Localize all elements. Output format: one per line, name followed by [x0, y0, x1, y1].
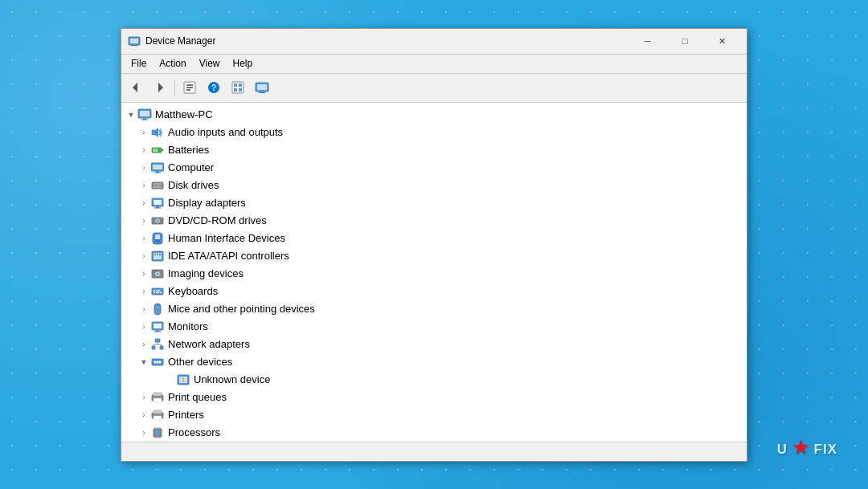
title-bar: Device Manager ─ □ ✕: [121, 29, 747, 55]
svg-point-81: [157, 361, 159, 363]
svg-point-36: [160, 184, 162, 186]
watermark: U ★ FIX: [777, 438, 837, 458]
tree-root: ▼ Matthew-PC ›: [121, 103, 747, 442]
unknown-device-label: Unknown device: [194, 373, 270, 385]
svg-text:!: !: [182, 376, 185, 384]
list-item[interactable]: › Display adapters: [121, 194, 747, 212]
other-devices-label: Other devices: [168, 356, 232, 368]
expand-imaging[interactable]: ›: [137, 267, 150, 280]
expand-root[interactable]: ▼: [125, 108, 137, 121]
menu-file[interactable]: File: [125, 56, 153, 71]
expand-print[interactable]: ›: [137, 391, 150, 404]
status-bar: [121, 442, 747, 461]
list-item[interactable]: › IDE ATA/ATAPI controllers: [121, 247, 747, 265]
list-item[interactable]: ▼ Other devices: [121, 353, 747, 371]
properties-button[interactable]: [178, 76, 201, 99]
expand-processors[interactable]: ›: [137, 426, 150, 439]
expand-mice[interactable]: ›: [137, 303, 150, 316]
monitors-label: Monitors: [168, 320, 208, 332]
computer-icon2: [150, 161, 165, 175]
list-item[interactable]: › Batteries: [121, 141, 747, 159]
help-button[interactable]: ?: [203, 76, 225, 99]
expand-disk[interactable]: ›: [137, 179, 150, 192]
expand-audio[interactable]: ›: [137, 126, 150, 139]
imaging-label: Imaging devices: [168, 267, 244, 279]
toolbar-separator-1: [174, 79, 175, 96]
expand-computer[interactable]: ›: [137, 161, 150, 174]
ide-icon: [150, 249, 165, 263]
svg-rect-33: [154, 172, 161, 173]
svg-rect-24: [141, 119, 148, 120]
list-item[interactable]: › Printers: [121, 406, 747, 424]
list-item[interactable]: › Computer: [121, 159, 747, 177]
expand-display[interactable]: ›: [137, 197, 150, 210]
menu-bar: File Action View Help: [121, 55, 747, 74]
svg-rect-14: [239, 84, 242, 87]
menu-help[interactable]: Help: [227, 56, 260, 71]
disk-icon: [150, 178, 165, 193]
list-item[interactable]: › Disk drives: [121, 177, 747, 194]
svg-point-89: [160, 396, 162, 397]
list-item[interactable]: › Processors: [121, 424, 747, 442]
minimize-button[interactable]: ─: [629, 28, 666, 54]
network-label: Network adapters: [168, 338, 250, 350]
svg-point-67: [157, 307, 158, 308]
svg-rect-87: [154, 393, 162, 396]
list-item[interactable]: › Mice and other pointing devices: [121, 300, 747, 318]
svg-text:?: ?: [211, 84, 216, 92]
monitor-button[interactable]: [251, 76, 273, 99]
expand-monitors[interactable]: ›: [137, 320, 150, 333]
menu-action[interactable]: Action: [153, 56, 192, 71]
expand-keyboard[interactable]: ›: [137, 285, 150, 298]
svg-rect-16: [239, 88, 242, 92]
toolbar: ?: [121, 74, 747, 103]
maximize-button[interactable]: □: [666, 28, 703, 54]
list-item[interactable]: › DVD/CD-ROM drives: [121, 212, 747, 230]
device-tree[interactable]: ▼ Matthew-PC ›: [121, 103, 747, 442]
svg-rect-73: [152, 346, 155, 349]
list-item[interactable]: › Human Interface Devices: [121, 230, 747, 247]
svg-rect-88: [154, 398, 162, 402]
expand-printers[interactable]: ›: [137, 409, 150, 422]
list-item[interactable]: › Monitors: [121, 318, 747, 336]
list-item[interactable]: › Network adapters: [121, 336, 747, 353]
svg-rect-37: [153, 185, 158, 185]
list-item[interactable]: › Print queues: [121, 389, 747, 406]
list-item[interactable]: › Imaging devices: [121, 265, 747, 283]
list-item[interactable]: › ! Unknown device: [121, 371, 747, 389]
svg-point-80: [154, 361, 157, 363]
svg-marker-4: [133, 83, 137, 92]
svg-rect-53: [159, 254, 161, 255]
scan-button[interactable]: [227, 76, 249, 99]
svg-rect-61: [158, 290, 160, 291]
close-button[interactable]: ✕: [703, 28, 740, 54]
back-button[interactable]: [125, 76, 147, 99]
root-label: Matthew-PC: [155, 108, 213, 120]
svg-rect-60: [156, 290, 158, 291]
computer-label: Computer: [168, 161, 214, 173]
expand-batteries[interactable]: ›: [137, 144, 150, 157]
batteries-label: Batteries: [168, 144, 209, 156]
svg-rect-91: [154, 410, 162, 414]
printers-label: Printers: [168, 409, 204, 421]
app-icon: [128, 35, 141, 47]
forward-button[interactable]: [149, 76, 171, 99]
svg-rect-92: [154, 416, 162, 420]
hid-label: Human Interface Devices: [168, 232, 285, 244]
expand-network[interactable]: ›: [137, 338, 150, 351]
expand-hid[interactable]: ›: [137, 232, 150, 245]
display-icon: [150, 196, 165, 210]
computer-icon: [137, 108, 152, 122]
expand-ide[interactable]: ›: [137, 250, 150, 263]
menu-view[interactable]: View: [193, 56, 227, 71]
expand-dvd[interactable]: ›: [137, 214, 150, 227]
expand-other[interactable]: ▼: [137, 356, 150, 369]
svg-rect-64: [160, 291, 162, 293]
batteries-icon: [150, 143, 165, 157]
tree-item-root[interactable]: ▼ Matthew-PC: [121, 106, 747, 124]
svg-rect-20: [259, 92, 265, 93]
svg-rect-62: [154, 291, 155, 293]
list-item[interactable]: › Audio inputs and outputs: [121, 124, 747, 141]
keyboard-icon: [150, 284, 165, 299]
list-item[interactable]: › Keyboards: [121, 283, 747, 300]
